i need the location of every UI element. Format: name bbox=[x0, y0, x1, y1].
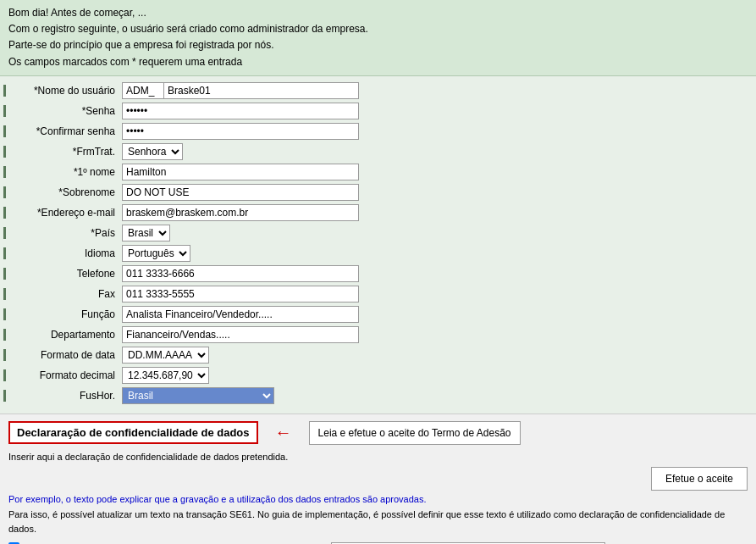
pais-select[interactable]: Brasil bbox=[122, 225, 170, 241]
formato-data-row: Formato de data DD.MM.AAAA bbox=[0, 346, 756, 364]
username-prefix[interactable] bbox=[122, 82, 164, 99]
telefone-input[interactable] bbox=[122, 265, 359, 282]
declaration-text1: Inserir aqui a declaração de confidencia… bbox=[8, 450, 748, 464]
fax-row: Fax bbox=[0, 285, 756, 303]
pais-label: *País bbox=[3, 227, 122, 239]
username-label: *Nome do usuário bbox=[3, 85, 122, 97]
sobrenome-label: *Sobrenome bbox=[3, 186, 122, 198]
funcao-input[interactable] bbox=[122, 306, 359, 323]
fushor-label: FusHor. bbox=[3, 390, 122, 402]
sobrenome-row: *Sobrenome bbox=[0, 183, 756, 202]
confirmar-senha-row: *Confirmar senha bbox=[0, 122, 756, 141]
primeiro-nome-row: *1º nome bbox=[0, 163, 756, 181]
form-container: *Nome do usuário *Senha *Confirmar senha… bbox=[0, 76, 756, 410]
senha-input[interactable] bbox=[122, 103, 359, 119]
arrow-right-icon: ← bbox=[275, 423, 292, 442]
info-line3: Parte-se do princípio que a empresa foi … bbox=[8, 37, 748, 53]
funcao-row: Função bbox=[0, 305, 756, 324]
departamento-label: Departamento bbox=[3, 329, 122, 341]
username-input[interactable] bbox=[164, 82, 359, 99]
email-row: *Endereço e-mail bbox=[0, 203, 756, 222]
formato-decimal-row: Formato decimal 12.345.687,90 bbox=[0, 366, 756, 385]
confirmar-senha-input[interactable] bbox=[122, 123, 359, 140]
telefone-label: Telefone bbox=[3, 268, 122, 280]
formato-data-select[interactable]: DD.MM.AAAA bbox=[122, 347, 209, 364]
info-line1: Bom dia! Antes de começar, ... bbox=[8, 5, 748, 21]
senha-label: *Senha bbox=[3, 105, 122, 117]
frmtrat-row: *FrmTrat. Senhora Senhor bbox=[0, 142, 756, 161]
idioma-row: Idioma Português bbox=[0, 244, 756, 263]
primeiro-nome-label: *1º nome bbox=[3, 166, 122, 178]
declaration-text2: Por exemplo, o texto pode explicar que a… bbox=[8, 494, 748, 504]
username-row: *Nome do usuário bbox=[0, 81, 756, 100]
telefone-row: Telefone bbox=[0, 264, 756, 283]
funcao-label: Função bbox=[3, 308, 122, 320]
primeiro-nome-input[interactable] bbox=[122, 164, 359, 180]
declaration-header: Declararação de confidencialidade de dad… bbox=[8, 421, 748, 445]
email-input[interactable] bbox=[122, 204, 359, 221]
idioma-select[interactable]: Português bbox=[122, 245, 190, 262]
senha-row: *Senha bbox=[0, 102, 756, 120]
fax-label: Fax bbox=[3, 288, 122, 300]
top-info-section: Bom dia! Antes de começar, ... Com o reg… bbox=[0, 0, 756, 76]
info-line4: Os campos marcados com * requerem uma en… bbox=[8, 54, 748, 70]
fax-input[interactable] bbox=[122, 286, 359, 303]
pais-row: *País Brasil bbox=[0, 224, 756, 242]
declaration-title: Declararação de confidencialidade de dad… bbox=[8, 421, 258, 444]
email-label: *Endereço e-mail bbox=[3, 207, 122, 219]
departamento-input[interactable] bbox=[122, 326, 359, 343]
declaration-text3: Para isso, é possível atualizar um texto… bbox=[8, 508, 748, 536]
info-line2: Com o registro seguinte, o usuário será … bbox=[8, 21, 748, 37]
departamento-row: Departamento bbox=[0, 325, 756, 344]
adesao-tooltip: Leia e efetue o aceite do Termo de Adesã… bbox=[309, 421, 521, 445]
confirmar-senha-label: *Confirmar senha bbox=[3, 125, 122, 137]
fushor-select[interactable]: Brasil bbox=[122, 387, 274, 404]
efetuar-row: Efetue o aceite bbox=[8, 467, 748, 491]
fushor-row: FusHor. Brasil bbox=[0, 386, 756, 405]
frmtrat-label: *FrmTrat. bbox=[3, 146, 122, 158]
efetuar-button[interactable]: Efetue o aceite bbox=[651, 467, 748, 491]
bottom-section: Declararação de confidencialidade de dad… bbox=[0, 414, 756, 544]
frmtrat-select[interactable]: Senhora Senhor bbox=[122, 143, 183, 160]
formato-data-label: Formato de data bbox=[3, 349, 122, 361]
formato-decimal-label: Formato decimal bbox=[3, 369, 122, 381]
formato-decimal-select[interactable]: 12.345.687,90 bbox=[122, 367, 209, 384]
idioma-label: Idioma bbox=[3, 247, 122, 259]
sobrenome-input[interactable] bbox=[122, 184, 359, 201]
